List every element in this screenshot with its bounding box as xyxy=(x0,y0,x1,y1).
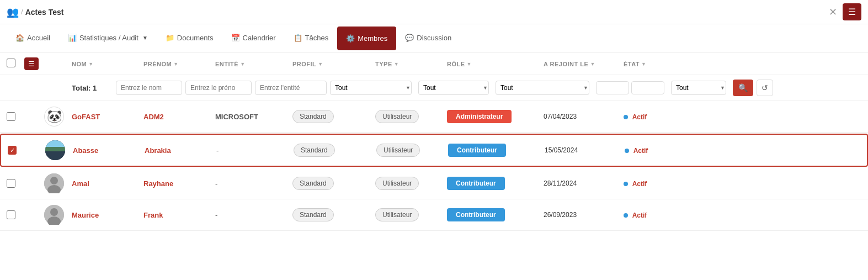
row-3-nom[interactable]: Amal xyxy=(72,179,143,188)
row-2-type: Utilisateur xyxy=(376,144,448,157)
svg-point-9 xyxy=(50,208,58,216)
table-row: Maurice Frank - Standard Utilisateur Con… xyxy=(0,199,868,231)
filter-profil-select[interactable]: Tout xyxy=(330,81,412,95)
row-3-prenom: Rayhane xyxy=(143,179,215,188)
col-header-nom[interactable]: NOM ▼ xyxy=(72,61,143,67)
nav-calendrier[interactable]: 📅 Calendrier xyxy=(222,26,285,51)
filter-etat-select[interactable]: Tout xyxy=(671,81,726,95)
row-2-avatar: AB xyxy=(45,140,70,160)
nav-documents[interactable]: 📁 Documents xyxy=(157,26,222,51)
filter-date-to[interactable] xyxy=(631,81,664,94)
discussion-icon: 💬 xyxy=(405,34,414,42)
table-row: Amal Rayhane - Standard Utilisateur Cont… xyxy=(0,168,868,199)
sort-etat-icon: ▼ xyxy=(641,61,646,67)
col-header-type[interactable]: TYPE ▼ xyxy=(375,61,447,67)
separator: / xyxy=(21,8,23,16)
sort-entite-icon: ▼ xyxy=(240,61,245,67)
row-4-type: Utilisateur xyxy=(375,208,447,221)
row-4-entite: - xyxy=(215,211,292,219)
row-1-rejoint: 07/04/2023 xyxy=(544,113,624,120)
sort-role-icon: ▼ xyxy=(467,61,472,67)
nav-membres[interactable]: ⚙️ Membres xyxy=(337,27,396,50)
svg-point-6 xyxy=(50,177,58,184)
avatar-person xyxy=(44,173,64,193)
search-button[interactable]: 🔍 xyxy=(733,80,753,96)
avatar-panda: 🐼 xyxy=(44,107,64,126)
row-checkbox-cell[interactable]: ✓ xyxy=(8,146,25,155)
row-4-nom[interactable]: Maurice xyxy=(72,211,143,219)
type-badge: Utilisateur xyxy=(375,208,419,221)
col-header-role[interactable]: RÔLE ▼ xyxy=(447,61,544,67)
reset-button[interactable]: ↺ xyxy=(757,80,773,96)
col-header-rejoint[interactable]: A REJOINT LE ▼ xyxy=(544,61,624,67)
profil-badge: Standard xyxy=(292,177,334,190)
sort-prenom-icon: ▼ xyxy=(173,61,178,67)
app-title: Actes Test xyxy=(25,8,64,17)
sort-profil-icon: ▼ xyxy=(318,61,323,67)
stats-icon: 📊 xyxy=(68,34,77,42)
profil-badge: Standard xyxy=(292,208,334,221)
col-header-profil[interactable]: PROFIL ▼ xyxy=(292,61,375,67)
etat-dot xyxy=(625,149,629,153)
nav-statistiques[interactable]: 📊 Statistiques / Audit ▼ xyxy=(59,26,157,51)
etat-dot xyxy=(624,213,628,218)
col-header-prenom[interactable]: PRÉNOM ▼ xyxy=(143,61,215,67)
row-1-checkbox[interactable] xyxy=(7,112,15,121)
role-badge: Administrateur xyxy=(447,110,512,123)
tasks-icon: 📋 xyxy=(294,34,302,42)
filter-role-select[interactable]: Tout xyxy=(496,81,589,95)
nav-discussion[interactable]: 💬 Discussion xyxy=(396,26,460,51)
close-icon[interactable]: ✕ xyxy=(829,6,837,18)
row-4-rejoint: 26/09/2023 xyxy=(544,211,624,219)
table-row: 🐼 GoFAST ADM2 MICROSOFT Standard Utilisa… xyxy=(0,101,868,133)
sort-type-icon: ▼ xyxy=(394,61,399,67)
nav-accueil[interactable]: 🏠 Accueil xyxy=(7,26,59,51)
filter-nom-input[interactable] xyxy=(116,81,182,95)
row-2-rejoint: 15/05/2024 xyxy=(545,146,625,154)
filter-actions: 🔍 ↺ xyxy=(733,80,773,96)
row-3-avatar xyxy=(44,173,68,193)
svg-rect-2 xyxy=(45,150,65,160)
col-header-etat[interactable]: ÉTAT ▼ xyxy=(624,61,690,67)
row-2-prenom: Abrakia xyxy=(145,146,216,155)
table-row: ✓ AB Abasse Abrakia - Standard Utilisate… xyxy=(0,134,868,167)
home-icon: 🏠 xyxy=(15,34,24,42)
row-3-role: Contributeur xyxy=(447,177,544,190)
filter-type-select[interactable]: Tout xyxy=(418,81,489,95)
select-all-checkbox[interactable] xyxy=(7,59,15,67)
etat-dot xyxy=(624,182,628,186)
profil-badge: Standard xyxy=(292,110,334,123)
filter-etat-wrapper: Tout xyxy=(671,81,729,95)
row-4-prenom: Frank xyxy=(143,211,215,219)
row-3-rejoint: 28/11/2024 xyxy=(544,179,624,187)
calendar-icon: 📅 xyxy=(231,34,240,42)
row-checkbox-cell[interactable] xyxy=(7,210,24,219)
type-badge: Utilisateur xyxy=(376,144,420,157)
row-1-nom[interactable]: GoFAST xyxy=(72,113,143,121)
etat-label: Actif xyxy=(632,113,647,121)
navigation: 🏠 Accueil 📊 Statistiques / Audit ▼ 📁 Doc… xyxy=(0,24,868,53)
row-2-nom[interactable]: Abasse xyxy=(73,146,145,155)
row-4-profil: Standard xyxy=(292,208,375,221)
row-checkbox-cell[interactable] xyxy=(7,112,24,121)
filter-prenom-input[interactable] xyxy=(185,81,252,95)
total-count: Total: 1 xyxy=(72,84,116,92)
row-checkbox-cell[interactable] xyxy=(7,179,24,188)
avatar-image: AB xyxy=(45,140,65,160)
filter-entite-input[interactable] xyxy=(255,81,327,95)
role-badge: Contributeur xyxy=(447,208,505,221)
row-4-checkbox[interactable] xyxy=(7,210,15,219)
menu-button[interactable]: ☰ xyxy=(843,3,861,20)
row-2-checkbox[interactable]: ✓ xyxy=(8,146,17,155)
burger-button[interactable]: ☰ xyxy=(24,57,39,70)
filter-row: Total: 1 Tout Tout Tout Tout 🔍 ↺ xyxy=(0,75,868,101)
filter-date-from[interactable] xyxy=(596,81,629,94)
sort-nom-icon: ▼ xyxy=(88,61,93,67)
row-3-checkbox[interactable] xyxy=(7,179,15,188)
col-header-entite[interactable]: ENTITÉ ▼ xyxy=(215,61,292,67)
row-4-etat: Actif xyxy=(624,211,690,219)
etat-label: Actif xyxy=(632,180,647,188)
bulk-actions-menu[interactable]: ☰ xyxy=(24,57,44,70)
select-all-check[interactable] xyxy=(7,59,24,69)
nav-taches[interactable]: 📋 Tâches xyxy=(285,26,338,51)
